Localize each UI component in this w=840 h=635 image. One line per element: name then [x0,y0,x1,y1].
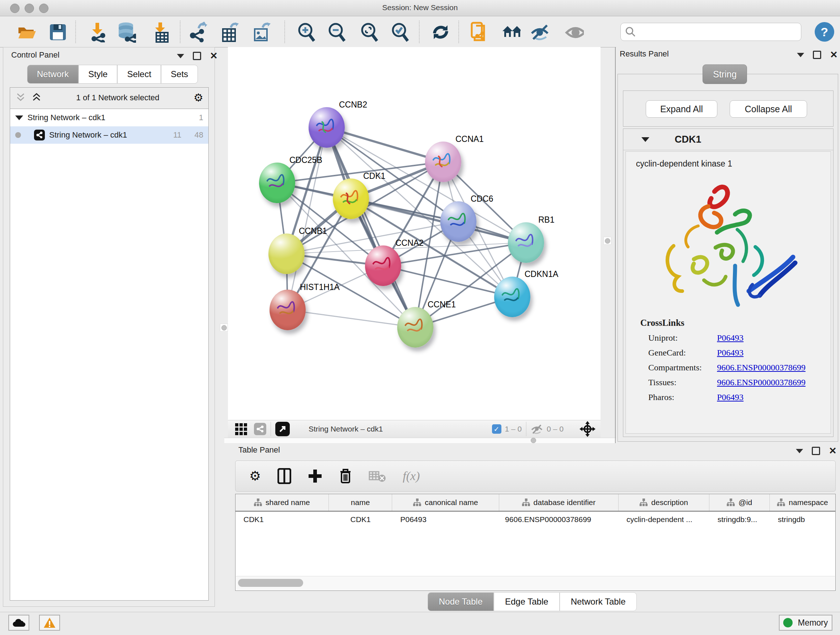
collapse-all-button[interactable]: Collapse All [729,100,807,118]
tab-style[interactable]: Style [79,65,117,84]
network-node-cdc6[interactable] [440,201,477,242]
column-header-name[interactable]: name [329,494,393,511]
cloud-icon [12,618,26,627]
search-input[interactable] [636,27,793,36]
table-row[interactable]: CDK1 CDK1 P06493 9606.ENSP00000378699 cy… [235,511,835,527]
panel-collapse-icon[interactable] [796,449,803,453]
column-header-description[interactable]: description [619,494,710,511]
crosslink-row: Uniprot: P06493 [648,333,831,343]
table-horizontal-scrollbar[interactable] [236,576,835,590]
column-header-shared-name[interactable]: shared name [235,494,329,511]
help-button[interactable]: ? [815,22,834,42]
network-node-rb1[interactable] [508,222,544,263]
export-image-icon[interactable] [252,23,271,42]
zoom-in-icon[interactable] [297,23,316,42]
export-table-icon[interactable] [220,23,239,42]
show-columns-icon[interactable] [278,468,291,484]
tab-select[interactable]: Select [117,65,161,84]
tab-sets[interactable]: Sets [161,65,198,84]
tab-network[interactable]: Network [27,65,79,84]
expand-all-button[interactable]: Expand All [646,100,717,118]
network-node-cdc25b[interactable] [259,163,295,203]
status-bar: Memory [0,612,840,635]
gene-expander-icon[interactable] [641,137,649,142]
tissues-link[interactable]: 9606.ENSP00000378699 [717,378,806,387]
network-node-ccne1[interactable] [397,307,433,348]
mapped-column-icon [254,499,262,507]
panel-close-icon[interactable]: ✕ [830,52,838,58]
horizontal-splitter-handle[interactable] [530,437,537,444]
panel-close-icon[interactable]: ✕ [210,53,218,59]
table-settings-gear-icon[interactable]: ⚙ [249,470,261,483]
import-network-from-database-icon[interactable] [117,23,136,42]
birdseye-grid-icon[interactable] [234,422,249,436]
new-network-from-selection-icon[interactable] [470,23,489,42]
panel-float-icon[interactable] [193,52,201,60]
network-node-ccna2[interactable] [365,245,401,286]
panel-close-icon[interactable]: ✕ [829,448,837,454]
tab-network-table[interactable]: Network Table [560,592,637,611]
add-column-icon[interactable] [308,469,322,483]
column-header-database-identifier[interactable]: database identifier [499,494,619,511]
zoom-fit-icon[interactable] [360,23,378,42]
gear-icon[interactable]: ⚙ [194,92,203,103]
first-neighbors-icon[interactable] [502,23,521,42]
network-node-ccnb1[interactable] [268,233,305,274]
column-header-id[interactable]: @id [709,494,770,511]
collapse-all-icon[interactable] [15,93,26,103]
save-session-icon[interactable] [49,23,67,42]
tab-node-table[interactable]: Node Table [428,592,494,611]
warnings-button[interactable] [39,615,60,631]
network-node-ccna1[interactable] [425,141,461,182]
network-node-ccnb2[interactable] [309,107,345,148]
column-header-canonical-name[interactable]: canonical name [392,494,499,511]
column-header-namespace[interactable]: namespace [770,494,835,511]
apply-layout-icon[interactable] [431,23,450,42]
node-position-crosshair-icon[interactable] [579,421,595,437]
expand-all-icon[interactable] [31,93,42,103]
network-node-hist1h1a[interactable] [270,290,306,330]
import-table-icon[interactable] [152,23,171,42]
mapped-column-icon [727,499,735,507]
memory-button[interactable]: Memory [779,615,832,631]
network-view[interactable]: CCNB2CCNA1CDC25BCDK1CDC6RB1CCNB1CCNA2CDK… [228,47,600,420]
pharos-link[interactable]: P06493 [717,393,744,402]
hide-selected-icon[interactable] [530,23,548,42]
crosslinks-title: CrossLinks [640,318,831,328]
uniprot-link[interactable]: P06493 [717,333,744,343]
export-network-icon[interactable] [188,23,207,42]
zoom-selected-icon[interactable] [390,23,409,42]
right-splitter-handle[interactable] [603,237,611,245]
panel-collapse-icon[interactable] [797,53,804,57]
network-node-cdkn1a[interactable] [494,277,531,317]
search-field[interactable] [621,23,801,41]
mapped-column-icon [522,499,530,507]
scrollbar-thumb[interactable] [238,579,303,587]
gene-section-header[interactable]: CDK1 [623,129,833,150]
function-builder-icon[interactable]: f(x) [403,469,420,483]
left-splitter-handle[interactable] [220,324,228,332]
tab-string[interactable]: String [703,65,747,84]
network-row[interactable]: String Network – cdk1 11 48 [10,126,208,144]
show-all-icon[interactable] [565,23,584,42]
collection-expander-icon[interactable] [15,116,23,120]
network-node-cdk1[interactable] [333,179,369,219]
selected-checkbox-icon[interactable]: ✓ [492,424,501,434]
panel-float-icon[interactable] [813,51,821,59]
string-view-icon[interactable] [254,423,266,435]
delete-column-icon[interactable] [339,468,352,484]
panel-collapse-icon[interactable] [177,54,184,58]
gene-description: cyclin-dependent kinase 1 [636,159,831,169]
compartments-link[interactable]: 9606.ENSP00000378699 [717,363,806,372]
open-session-icon[interactable] [17,23,36,42]
tab-edge-table[interactable]: Edge Table [494,592,560,611]
panel-float-icon[interactable] [812,447,820,455]
network-collection-row[interactable]: String Network – cdk1 1 [10,109,208,126]
delete-table-icon[interactable] [369,470,386,483]
cloud-button[interactable] [8,615,29,631]
node-label: CDC25B [289,155,322,165]
genecard-link[interactable]: P06493 [717,348,744,358]
import-network-icon[interactable] [88,23,107,42]
zoom-out-icon[interactable] [327,23,346,42]
open-in-new-icon[interactable] [275,422,290,436]
